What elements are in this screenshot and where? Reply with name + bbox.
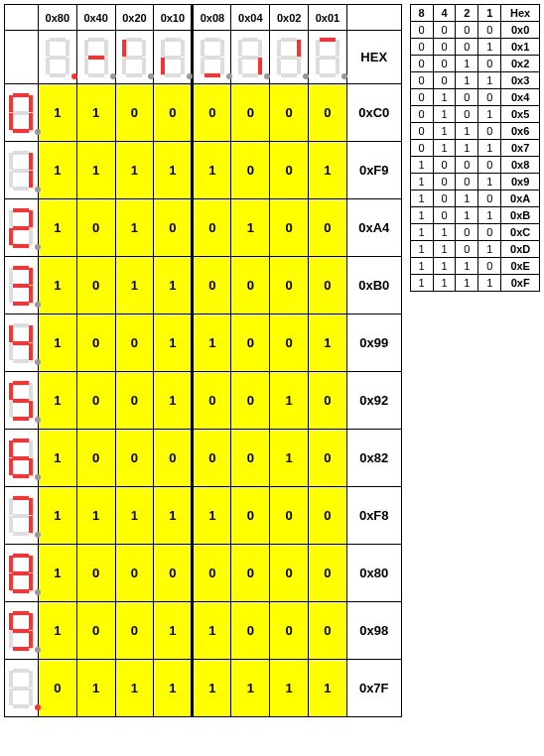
seg-icon-g — [76, 31, 115, 84]
bit-cell: 0 — [231, 257, 270, 315]
bit-cell: 1 — [115, 257, 154, 315]
mini-bit-cell: 0 — [478, 258, 501, 275]
mini-row: 00100x2 — [410, 56, 539, 72]
bit-cell: 0 — [193, 84, 231, 142]
seg-icon-d — [193, 31, 231, 84]
mini-bit-cell: 0 — [433, 174, 456, 190]
rows-body: 110000000xC0111110010xF9101001000xA41011… — [5, 84, 402, 717]
bit-cell: 1 — [38, 372, 76, 430]
mini-bit-cell: 1 — [433, 106, 456, 123]
hex-cell: 0x92 — [346, 372, 401, 430]
mini-bit-cell: 0 — [456, 39, 478, 56]
header-row: 0x80 0x40 0x20 0x10 0x08 0x04 0x02 0x01 — [5, 5, 402, 31]
mini-bit-cell: 0 — [478, 56, 501, 72]
row-0xF9: 111110010xF9 — [5, 142, 402, 199]
bit-cell: 1 — [38, 142, 76, 199]
row-0xF8: 111110000xF8 — [5, 487, 402, 545]
mini-bit-cell: 1 — [456, 275, 478, 292]
bit-cell: 0 — [193, 372, 231, 430]
bit-cell: 1 — [270, 660, 309, 717]
bit-cell: 0 — [115, 315, 154, 372]
segment-icon-row: HEX — [5, 31, 402, 84]
bit-cell: 0 — [115, 84, 154, 142]
mini-hex-cell: 0xD — [501, 241, 540, 258]
bit-cell: 0 — [154, 430, 193, 487]
bit-cell: 1 — [154, 602, 193, 660]
mini-row: 01000x4 — [410, 89, 539, 106]
mini-row: 11010xD — [410, 241, 539, 258]
bit-cell: 1 — [309, 142, 347, 199]
col-0x40: 0x40 — [76, 5, 115, 31]
row-0xC0: 110000000xC0 — [5, 84, 402, 142]
mini-bit-cell: 1 — [433, 241, 456, 258]
bit-cell: 1 — [76, 84, 115, 142]
mini-bit-cell: 1 — [433, 258, 456, 275]
mini-bit-cell: 0 — [456, 157, 478, 174]
hex-cell: 0xF8 — [346, 487, 401, 545]
nibble-hex-table: 8 4 2 1 Hex 00000x000010x100100x200110x3… — [410, 4, 540, 292]
bit-cell: 0 — [309, 199, 347, 257]
bit-cell: 0 — [76, 372, 115, 430]
seg-icon-e — [154, 31, 193, 84]
bit-cell: 1 — [76, 142, 115, 199]
hex-header-label: HEX — [346, 31, 401, 84]
mini-row: 10110xB — [410, 207, 539, 224]
mini-bit-cell: 0 — [456, 224, 478, 241]
bit-cell: 1 — [154, 660, 193, 717]
mini-bit-cell: 0 — [433, 22, 456, 39]
mini-row: 10000x8 — [410, 157, 539, 174]
mini-row: 10010x9 — [410, 174, 539, 190]
bit-cell: 0 — [231, 602, 270, 660]
mini-bit-cell: 1 — [478, 140, 501, 157]
mini-col-8: 8 — [410, 5, 433, 22]
hex-cell: 0x82 — [346, 430, 401, 487]
mini-header: 8 4 2 1 Hex — [410, 5, 539, 22]
bit-cell: 0 — [154, 84, 193, 142]
row-0x7F: 011111110x7F — [5, 660, 402, 717]
mini-col-1: 1 — [478, 5, 501, 22]
digit-icon — [5, 430, 39, 487]
row-0x99: 100110010x99 — [5, 315, 402, 372]
mini-row: 11100xE — [410, 258, 539, 275]
col-0x04: 0x04 — [231, 5, 270, 31]
mini-bit-cell: 1 — [456, 190, 478, 207]
mini-bit-cell: 1 — [478, 106, 501, 123]
mini-bit-cell: 1 — [478, 275, 501, 292]
mini-bit-cell: 1 — [433, 224, 456, 241]
seg-row-left-blank — [5, 31, 39, 84]
bit-cell: 0 — [76, 315, 115, 372]
bit-cell: 0 — [231, 545, 270, 602]
row-0xA4: 101001000xA4 — [5, 199, 402, 257]
mini-row: 01010x5 — [410, 106, 539, 123]
mini-bit-cell: 0 — [410, 39, 433, 56]
digit-icon — [5, 257, 39, 315]
bit-cell: 0 — [154, 199, 193, 257]
mini-row: 11110xF — [410, 275, 539, 292]
mini-col-4: 4 — [433, 5, 456, 22]
mini-bit-cell: 0 — [433, 157, 456, 174]
mini-bit-cell: 1 — [410, 275, 433, 292]
bit-cell: 1 — [38, 545, 76, 602]
bit-cell: 0 — [231, 315, 270, 372]
col-0x80: 0x80 — [38, 5, 76, 31]
mini-hex-cell: 0x5 — [501, 106, 540, 123]
bit-cell: 0 — [270, 545, 309, 602]
bit-cell: 0 — [270, 487, 309, 545]
digit-icon — [5, 660, 39, 717]
bit-cell: 1 — [154, 487, 193, 545]
mini-hex-cell: 0xF — [501, 275, 540, 292]
mini-bit-cell: 1 — [456, 140, 478, 157]
mini-hex-cell: 0x2 — [501, 56, 540, 72]
mini-hex-cell: 0xB — [501, 207, 540, 224]
col-0x02: 0x02 — [270, 5, 309, 31]
mini-row: 00010x1 — [410, 39, 539, 56]
mini-bit-cell: 1 — [478, 207, 501, 224]
bit-cell: 0 — [154, 545, 193, 602]
seg-icon-c — [231, 31, 270, 84]
seven-segment-table: 0x80 0x40 0x20 0x10 0x08 0x04 0x02 0x01 … — [4, 4, 402, 717]
seg-icon-b — [270, 31, 309, 84]
mini-bit-cell: 1 — [433, 123, 456, 140]
mini-bit-cell: 1 — [456, 72, 478, 89]
mini-bit-cell: 0 — [478, 190, 501, 207]
bit-cell: 0 — [115, 372, 154, 430]
